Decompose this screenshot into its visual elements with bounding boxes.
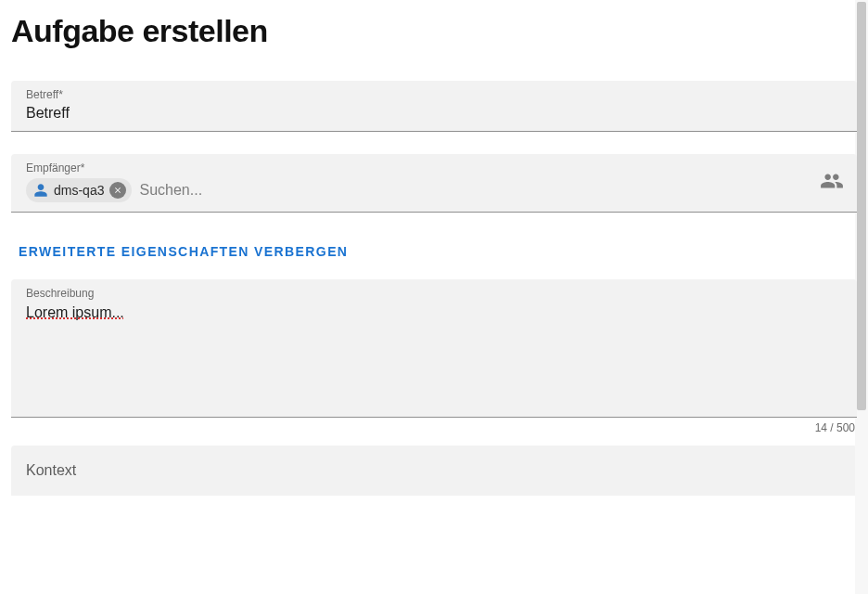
recipient-search-input[interactable] bbox=[139, 182, 842, 199]
group-picker-button[interactable] bbox=[820, 169, 844, 197]
recipients-field[interactable]: Empfänger* dms-qa3 bbox=[11, 154, 857, 213]
description-label: Beschreibung bbox=[26, 287, 842, 300]
context-label: Kontext bbox=[26, 462, 76, 478]
subject-input[interactable] bbox=[26, 103, 842, 125]
description-input[interactable] bbox=[26, 302, 842, 413]
toggle-advanced-button[interactable]: ERWEITERTE EIGENSCHAFTEN VERBERGEN bbox=[11, 224, 355, 279]
chip-remove-button[interactable] bbox=[109, 182, 126, 199]
recipient-chip[interactable]: dms-qa3 bbox=[26, 178, 132, 202]
recipients-label: Empfänger* bbox=[26, 161, 842, 174]
context-field[interactable]: Kontext bbox=[11, 446, 857, 496]
description-field[interactable]: Beschreibung bbox=[11, 279, 857, 418]
subject-field[interactable]: Betreff* bbox=[11, 81, 857, 132]
subject-label: Betreff* bbox=[26, 88, 842, 101]
person-icon bbox=[33, 183, 48, 198]
group-icon bbox=[820, 169, 844, 193]
scrollbar-thumb[interactable] bbox=[857, 2, 866, 410]
page-title: Aufgabe erstellen bbox=[11, 13, 857, 49]
close-icon bbox=[113, 186, 122, 195]
recipient-chip-label: dms-qa3 bbox=[54, 183, 104, 198]
description-counter: 14 / 500 bbox=[11, 418, 857, 446]
scrollbar-track[interactable] bbox=[855, 0, 868, 594]
